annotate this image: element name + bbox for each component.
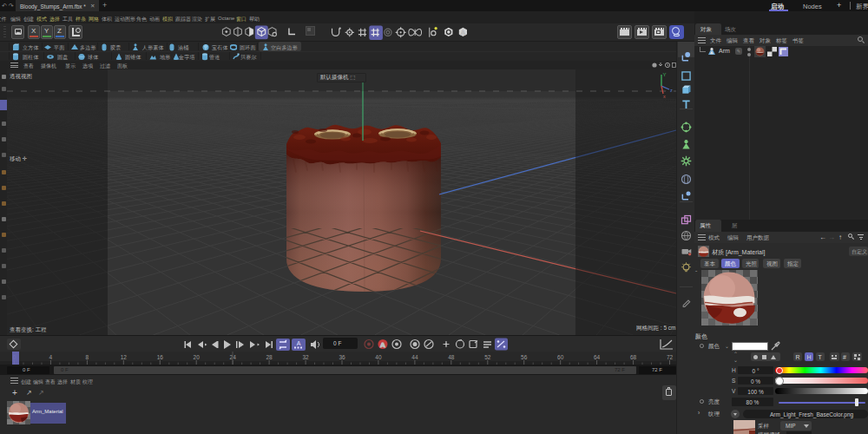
svg-text:8: 8 <box>86 354 89 360</box>
svg-text:44: 44 <box>411 354 418 360</box>
svg-text:28: 28 <box>266 354 273 360</box>
svg-text:16: 16 <box>157 354 164 360</box>
svg-text:60: 60 <box>557 354 564 360</box>
svg-text:72: 72 <box>667 354 674 360</box>
svg-text:z: z <box>670 88 673 93</box>
svg-text:64: 64 <box>594 354 601 360</box>
svg-text:A: A <box>461 30 465 36</box>
svg-text:A: A <box>380 341 385 349</box>
svg-text:32: 32 <box>302 354 309 360</box>
svg-text:A: A <box>297 340 301 346</box>
svg-text:12: 12 <box>121 354 128 360</box>
svg-text:48: 48 <box>448 354 455 360</box>
svg-text:x: x <box>663 94 666 99</box>
svg-text:20: 20 <box>194 354 201 360</box>
svg-text:52: 52 <box>484 354 491 360</box>
svg-text:40: 40 <box>375 354 382 360</box>
svg-text:4: 4 <box>49 354 53 360</box>
svg-text:36: 36 <box>339 354 345 360</box>
svg-text:56: 56 <box>521 354 528 360</box>
svg-text:Y: Y <box>663 72 667 77</box>
svg-text:68: 68 <box>630 354 637 360</box>
